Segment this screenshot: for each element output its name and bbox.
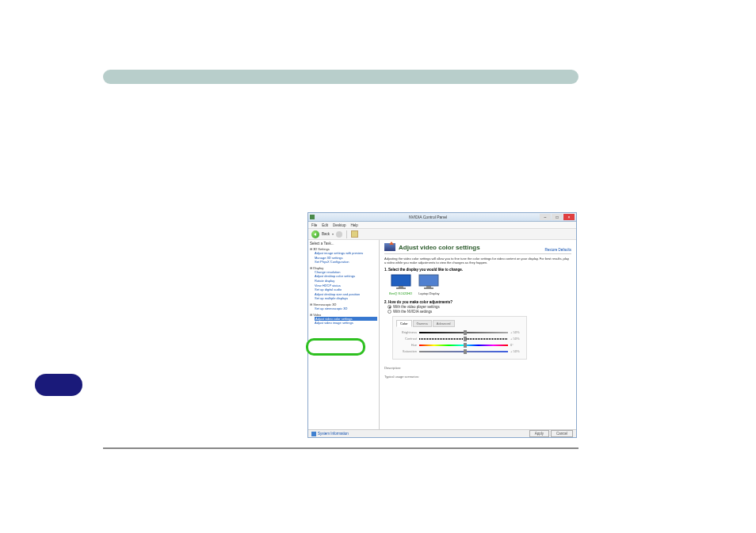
brightness-slider[interactable] (419, 332, 508, 333)
menu-edit[interactable]: Edit (322, 223, 328, 227)
contrast-label: Contrast (396, 337, 417, 341)
toolbar-separator (346, 230, 347, 238)
display-selector: BenQ G2420HD Laptop Display (389, 274, 571, 295)
maximize-button[interactable]: □ (552, 214, 563, 220)
radio-video-player[interactable]: With the video player settings (388, 305, 571, 309)
panel-header: Adjust video color settings (384, 243, 571, 254)
restore-defaults-link[interactable]: Restore Defaults (544, 248, 571, 252)
app-icon (310, 215, 315, 219)
menu-desktop[interactable]: Desktop (333, 223, 346, 227)
svg-rect-1 (399, 286, 403, 287)
monitor-icon (418, 274, 439, 290)
footer-rule (103, 447, 578, 449)
description-text: Typical usage scenarios: (384, 375, 571, 379)
window-controls: – □ × (540, 214, 575, 220)
brightness-slider-row: Brightness + 50% (396, 330, 523, 334)
tabs: Color Gamma Advanced (396, 320, 523, 327)
menu-help[interactable]: Help (351, 223, 358, 227)
statusbar: System Information Apply Cancel (308, 429, 576, 437)
forward-button[interactable] (336, 231, 342, 238)
svg-rect-4 (426, 286, 431, 287)
back-button[interactable] (311, 230, 319, 238)
radio-icon (388, 310, 391, 314)
color-adjustments-panel: Color Gamma Advanced Brightness + 50% Co… (392, 316, 527, 360)
panel-title: Adjust video color settings (399, 244, 480, 251)
toolbar: Back ▾ (308, 229, 576, 240)
radio-nvidia[interactable]: With the NVIDIA settings (388, 310, 571, 314)
saturation-value: + 50% (510, 349, 523, 353)
description-label: Description: (384, 366, 571, 370)
saturation-slider-row: Saturation + 50% (396, 349, 523, 353)
tree-item-physx[interactable]: Set PhysX Configuration (315, 260, 377, 265)
saturation-slider[interactable] (419, 351, 508, 352)
svg-rect-2 (396, 287, 406, 289)
display-2-label: Laptop Display (418, 291, 439, 295)
svg-rect-5 (424, 287, 433, 289)
menu-file[interactable]: File (311, 223, 317, 227)
tree-item-stereo-3d[interactable]: Set up stereoscopic 3D (315, 306, 377, 311)
svg-rect-3 (419, 275, 438, 286)
brightness-value: + 50% (510, 330, 523, 334)
sidebar-title: Select a Task... (310, 242, 377, 246)
hue-value: 0° (510, 343, 523, 347)
radio-icon (388, 305, 391, 309)
contrast-value: + 50% (510, 337, 523, 341)
step1-label: 1. Select the display you would like to … (384, 268, 571, 272)
hue-slider[interactable] (419, 345, 508, 346)
contrast-slider[interactable] (419, 338, 508, 340)
saturation-label: Saturation (396, 349, 417, 353)
panel-description: Adjusting the video color settings will … (384, 257, 571, 265)
section-header-bar (103, 70, 578, 84)
cancel-button[interactable]: Cancel (551, 430, 573, 437)
back-label: Back (322, 232, 330, 236)
window-title: NVIDIA Control Panel (316, 215, 540, 219)
display-1[interactable]: BenQ G2420HD (389, 274, 412, 295)
close-button[interactable]: × (563, 214, 575, 220)
apply-button[interactable]: Apply (529, 430, 549, 437)
step2-label: 2. How do you make color adjustments? (384, 300, 571, 304)
hue-slider-row: Hue 0° (396, 343, 523, 347)
main-panel: Adjust video color settings Restore Defa… (380, 240, 576, 429)
tab-gamma[interactable]: Gamma (413, 320, 432, 327)
brightness-label: Brightness (396, 330, 417, 334)
info-icon (311, 432, 316, 436)
tree-item-video-image[interactable]: Adjust video image settings (315, 321, 377, 326)
task-sidebar: Select a Task... ⊟ 3D Settings Adjust im… (308, 240, 380, 429)
display-2[interactable]: Laptop Display (418, 274, 439, 295)
home-icon[interactable] (351, 230, 358, 238)
highlight-annotation (306, 338, 365, 356)
tab-advanced[interactable]: Advanced (433, 320, 455, 327)
hue-label: Hue (396, 343, 417, 347)
menubar: File Edit Desktop Help (308, 222, 576, 229)
tree-item-multi-display[interactable]: Set up multiple displays (315, 296, 377, 301)
display-1-label: BenQ G2420HD (389, 291, 412, 295)
video-color-icon (384, 243, 395, 251)
system-info-link[interactable]: System Information (311, 432, 349, 436)
tab-color[interactable]: Color (396, 320, 412, 327)
monitor-icon (391, 274, 411, 290)
minimize-button[interactable]: – (540, 214, 551, 220)
description-section: Description: Typical usage scenarios: (384, 366, 571, 379)
titlebar: NVIDIA Control Panel – □ × (308, 213, 576, 222)
note-pill (35, 374, 82, 396)
svg-rect-0 (391, 275, 410, 286)
contrast-slider-row: Contrast + 50% (396, 337, 523, 341)
nvidia-control-panel-window: NVIDIA Control Panel – □ × File Edit Des… (307, 212, 577, 438)
